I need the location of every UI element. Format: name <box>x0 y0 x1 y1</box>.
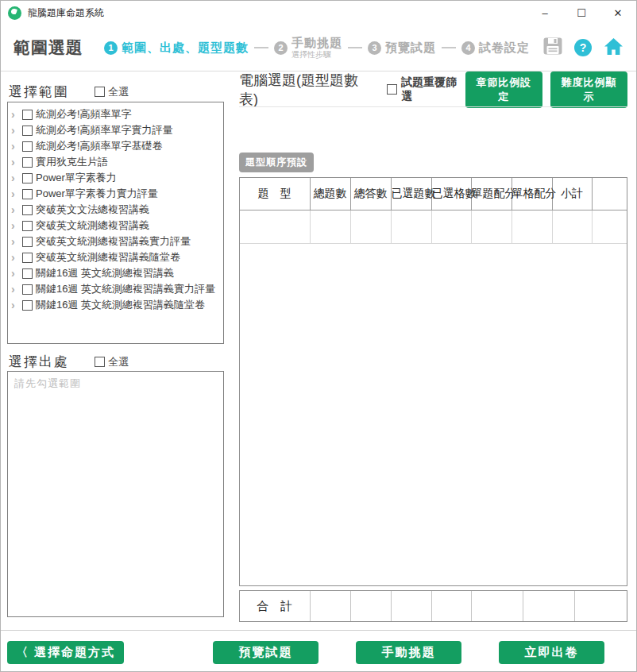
col-points-per-question: 單題配分 <box>471 178 512 210</box>
chapter-ratio-button[interactable]: 章節比例設定 <box>465 71 542 108</box>
tree-item[interactable]: › 突破英文統測總複習講義實力評量 <box>10 234 222 249</box>
table-empty-row <box>240 210 627 243</box>
tree-item-checkbox[interactable] <box>22 189 33 199</box>
app-title: 龍騰題庫命題系統 <box>28 6 104 20</box>
app-logo-icon <box>8 6 21 20</box>
source-select-all[interactable]: 全選 <box>95 355 129 369</box>
tree-item[interactable]: › 突破英文文法總複習講義 <box>10 202 222 218</box>
chevron-right-icon[interactable]: › <box>11 252 19 263</box>
source-list: 請先勾選範圍 <box>7 371 224 617</box>
tree-item-checkbox[interactable] <box>22 110 33 120</box>
chevron-right-icon[interactable]: › <box>11 299 19 311</box>
source-select-all-checkbox[interactable] <box>95 357 105 367</box>
page-title: 範圍選題 <box>14 37 83 59</box>
col-selected-questions: 已選題數 <box>391 178 431 210</box>
chevron-right-icon[interactable]: › <box>11 156 19 168</box>
tree-item-checkbox[interactable] <box>22 157 33 168</box>
step-connector <box>254 47 268 48</box>
chevron-right-icon[interactable]: › <box>11 141 19 152</box>
tree-item[interactable]: › 突破英文統測總複習講義隨堂卷 <box>10 249 222 265</box>
preview-questions-button[interactable]: 預覽試題 <box>213 641 318 664</box>
step-2-sublabel: 選擇性步驟 <box>291 50 342 59</box>
tree-item[interactable]: › Power單字素養力 <box>10 170 222 186</box>
step-1-range[interactable]: 1 範圍、出處、題型題數 <box>104 41 249 56</box>
source-select-all-label: 全選 <box>108 355 129 369</box>
tree-item[interactable]: › 突破英文統測總複習講義 <box>10 218 222 234</box>
maximize-button[interactable]: ☐ <box>563 1 600 25</box>
question-type-order-chip[interactable]: 題型順序預設 <box>239 153 314 172</box>
step-3-label: 預覽試題 <box>385 41 436 56</box>
chevron-right-icon[interactable]: › <box>11 172 19 183</box>
tree-item-checkbox[interactable] <box>22 237 33 247</box>
step-4-paper-settings[interactable]: 4 試卷設定 <box>461 41 530 56</box>
tree-item-checkbox[interactable] <box>22 173 33 183</box>
tree-item[interactable]: › 統測必考!高頻率單字實力評量 <box>10 122 222 138</box>
tree-item-checkbox[interactable] <box>22 221 33 231</box>
close-button[interactable]: ✕ <box>600 1 636 25</box>
duplicate-filter[interactable]: 試題重覆篩選 <box>387 75 465 104</box>
tree-item[interactable]: › 關鍵16週 英文統測總複習講義實力評量 <box>10 281 222 297</box>
chevron-right-icon[interactable]: › <box>11 204 19 215</box>
tree-item-label: 關鍵16週 英文統測總複習講義隨堂卷 <box>36 298 205 312</box>
manual-pick-button[interactable]: 手動挑題 <box>356 641 461 664</box>
tree-item-label: 突破英文統測總複習講義實力評量 <box>36 234 191 249</box>
totals-row: 合 計 <box>239 590 627 622</box>
tree-item-checkbox[interactable] <box>22 300 33 311</box>
tree-item-checkbox[interactable] <box>22 205 33 215</box>
minimize-button[interactable]: – <box>527 1 563 25</box>
tree-item-label: 統測必考!高頻率單字基礎卷 <box>36 139 163 153</box>
col-selected-blanks: 已選格數 <box>431 178 471 210</box>
tree-item[interactable]: › 關鍵16週 英文統測總複習講義 <box>10 265 222 281</box>
tree-item-label: 統測必考!高頻率單字 <box>36 107 132 122</box>
range-select-all[interactable]: 全選 <box>95 85 129 99</box>
tree-item-checkbox[interactable] <box>22 268 33 279</box>
col-points-per-blank: 單格配分 <box>512 178 552 210</box>
step-2-number: 2 <box>274 41 288 55</box>
duplicate-filter-checkbox[interactable] <box>387 84 397 95</box>
save-icon[interactable] <box>543 37 562 58</box>
tree-item-checkbox[interactable] <box>22 141 33 152</box>
chevron-right-icon[interactable]: › <box>11 284 19 295</box>
generate-paper-button[interactable]: 立即出卷 <box>499 641 604 664</box>
wizard-steps: 1 範圍、出處、題型題數 2 手動挑題 選擇性步驟 3 預覽試題 4 試卷設定 <box>104 37 530 59</box>
chevron-right-icon[interactable]: › <box>11 188 19 199</box>
chevron-right-icon[interactable]: › <box>11 268 19 279</box>
step-4-number: 4 <box>461 41 475 55</box>
step-1-label: 範圍、出處、題型題數 <box>122 41 249 56</box>
back-to-method-button[interactable]: 〈 選擇命題方式 <box>7 641 124 664</box>
window-titlebar: 龍騰題庫命題系統 – ☐ ✕ <box>1 1 636 25</box>
tree-item[interactable]: › 實用狄克生片語 <box>10 154 222 170</box>
tree-item[interactable]: › 關鍵16週 英文統測總複習講義隨堂卷 <box>10 297 222 313</box>
tree-item-checkbox[interactable] <box>22 253 33 263</box>
source-section-header: 選擇出處 全選 <box>9 353 129 371</box>
range-section-header: 選擇範圍 全選 <box>9 83 129 101</box>
tree-item-checkbox[interactable] <box>22 126 33 136</box>
step-4-label: 試卷設定 <box>479 41 530 56</box>
chevron-right-icon[interactable]: › <box>11 236 19 247</box>
tree-item[interactable]: › 統測必考!高頻率單字基礎卷 <box>10 138 222 154</box>
step-2-label: 手動挑題 <box>291 37 342 50</box>
chevron-right-icon[interactable]: › <box>11 125 19 136</box>
computer-pick-title: 電腦選題(題型題數表) <box>239 71 373 109</box>
difficulty-ratio-button[interactable]: 難度比例顯示 <box>550 71 627 108</box>
step-3-preview[interactable]: 3 預覽試題 <box>368 41 436 56</box>
tree-item[interactable]: › Power單字素養力實力評量 <box>10 186 222 202</box>
range-select-all-checkbox[interactable] <box>95 87 105 97</box>
chevron-right-icon[interactable]: › <box>11 220 19 231</box>
tree-item-label: 實用狄克生片語 <box>36 155 108 169</box>
step-1-number: 1 <box>104 41 118 55</box>
range-tree: › 統測必考!高頻率單字 › 統測必考!高頻率單字實力評量 › 統測必考!高頻率… <box>7 102 224 344</box>
step-2-manual-pick[interactable]: 2 手動挑題 選擇性步驟 <box>274 37 342 59</box>
tree-item-label: Power單字素養力實力評量 <box>36 187 158 201</box>
home-icon[interactable] <box>604 37 623 59</box>
duplicate-filter-label: 試題重覆篩選 <box>401 75 465 104</box>
help-icon[interactable]: ? <box>574 39 592 56</box>
chevron-right-icon[interactable]: › <box>11 109 19 120</box>
tree-item[interactable]: › 統測必考!高頻率單字 <box>10 106 222 122</box>
tree-item-checkbox[interactable] <box>22 284 33 295</box>
footer-divider <box>1 630 637 631</box>
col-total-questions: 總題數 <box>310 178 350 210</box>
question-type-table: 題 型 總題數 總答數 已選題數 已選格數 單題配分 單格配分 小計 <box>239 177 627 586</box>
col-question-type: 題 型 <box>240 178 310 210</box>
step-3-number: 3 <box>368 41 381 55</box>
